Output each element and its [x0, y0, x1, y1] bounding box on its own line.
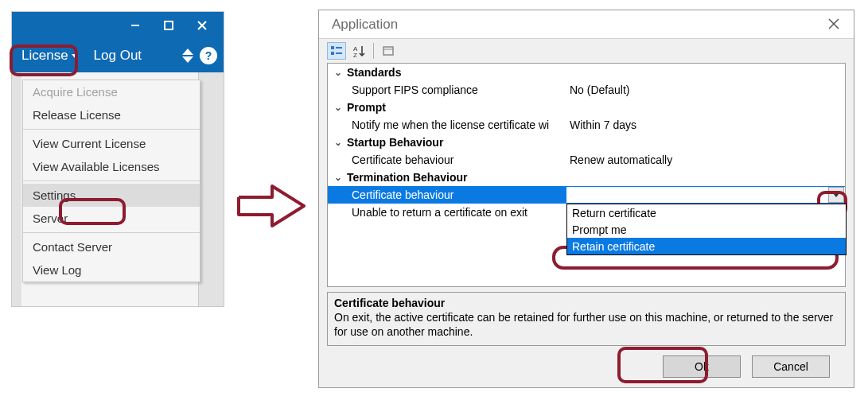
- menu-item-contact-server[interactable]: Contact Server: [23, 235, 200, 258]
- category-prompt[interactable]: ⌄ Prompt: [328, 99, 845, 116]
- prop-label: Notify me when the license certificate w…: [328, 118, 566, 131]
- ok-button[interactable]: Ok: [663, 355, 741, 378]
- menu-item-settings[interactable]: Settings: [23, 184, 200, 207]
- prop-value: Within 7 days: [566, 118, 845, 131]
- prop-termination-cert[interactable]: Certificate behaviour: [328, 186, 845, 204]
- maximize-button[interactable]: [152, 12, 185, 39]
- menubar: License Log Out ?: [12, 39, 224, 72]
- property-grid: ⌄ Standards Support FIPS compliance No (…: [327, 63, 846, 287]
- menu-item-release-license[interactable]: Release License: [23, 103, 200, 126]
- cancel-button[interactable]: Cancel: [752, 355, 830, 378]
- prop-startup-cert[interactable]: Certificate behaviour Renew automaticall…: [328, 151, 845, 169]
- property-pages-button[interactable]: [379, 42, 398, 60]
- help-button[interactable]: ?: [200, 47, 217, 64]
- prop-label: Certificate behaviour: [328, 188, 566, 201]
- triangle-down-icon: [182, 56, 193, 63]
- category-label: Standards: [347, 66, 401, 79]
- dialog-button-bar: Ok Cancel: [319, 351, 854, 387]
- application-dialog: Application A Z ⌄: [318, 10, 854, 388]
- chevron-down-icon: [72, 54, 78, 58]
- arrow-icon: [235, 183, 307, 229]
- menu-item-server[interactable]: Server: [23, 207, 200, 230]
- categorized-view-button[interactable]: [327, 42, 346, 60]
- description-body: On exit, the active certificate can be r…: [334, 310, 839, 339]
- category-termination[interactable]: ⌄ Termination Behaviour: [328, 169, 845, 186]
- svg-rect-1: [165, 21, 173, 29]
- collapse-icon: ⌄: [333, 137, 344, 148]
- description-title: Certificate behaviour: [334, 296, 839, 310]
- prop-fips[interactable]: Support FIPS compliance No (Default): [328, 81, 845, 99]
- separator: [23, 232, 200, 233]
- svg-rect-6: [331, 46, 334, 49]
- svg-rect-8: [331, 52, 334, 55]
- category-label: Startup Behaviour: [347, 136, 443, 149]
- dialog-titlebar: Application: [319, 10, 854, 39]
- chevron-down-icon: [833, 193, 839, 197]
- svg-rect-13: [383, 47, 393, 55]
- menu-item-acquire-license[interactable]: Acquire License: [23, 80, 200, 103]
- license-menu-label: License: [21, 48, 68, 64]
- menu-item-view-log[interactable]: View Log: [23, 258, 200, 282]
- separator: [23, 129, 200, 130]
- sort-toggle-button[interactable]: [182, 49, 193, 63]
- collapse-icon: ⌄: [333, 67, 344, 78]
- close-window-button[interactable]: [185, 12, 219, 39]
- value-dropdown-button[interactable]: [828, 187, 844, 203]
- menu-item-view-available-licenses[interactable]: View Available Licenses: [23, 155, 200, 178]
- prop-label: Support FIPS compliance: [328, 83, 566, 96]
- minimize-button[interactable]: [119, 12, 152, 39]
- dialog-title: Application: [332, 17, 398, 33]
- collapse-icon: ⌄: [333, 102, 344, 113]
- prop-notify[interactable]: Notify me when the license certificate w…: [328, 116, 845, 134]
- license-menu[interactable]: License: [17, 45, 86, 67]
- prop-value: No (Default): [566, 83, 845, 96]
- description-panel: Certificate behaviour On exit, the activ…: [327, 292, 846, 346]
- license-dropdown: Acquire License Release License View Cur…: [22, 80, 200, 282]
- alphabetical-view-button[interactable]: A Z: [349, 42, 368, 60]
- prop-label: Certificate behaviour: [328, 153, 566, 166]
- option-retain-certificate[interactable]: Retain certificate: [567, 238, 846, 254]
- separator: [23, 181, 200, 181]
- category-label: Termination Behaviour: [347, 171, 467, 184]
- category-standards[interactable]: ⌄ Standards: [328, 64, 845, 81]
- menu-item-view-current-license[interactable]: View Current License: [23, 132, 200, 155]
- collapse-icon: ⌄: [333, 172, 344, 183]
- logout-menu[interactable]: Log Out: [94, 48, 142, 64]
- svg-text:Z: Z: [353, 52, 357, 57]
- triangle-up-icon: [182, 49, 193, 55]
- dialog-toolbar: A Z: [319, 39, 854, 63]
- prop-label: Unable to return a certificate on exit: [328, 206, 566, 219]
- value-options-popup: Return certificate Prompt me Retain cert…: [566, 204, 847, 255]
- prop-value: Renew automatically: [566, 153, 845, 166]
- logout-menu-label: Log Out: [94, 48, 142, 63]
- titlebar: [12, 12, 224, 39]
- close-dialog-button[interactable]: [822, 14, 846, 35]
- option-return-certificate[interactable]: Return certificate: [567, 204, 846, 221]
- category-startup[interactable]: ⌄ Startup Behaviour: [328, 134, 845, 151]
- option-prompt-me[interactable]: Prompt me: [567, 221, 846, 238]
- category-label: Prompt: [347, 101, 386, 114]
